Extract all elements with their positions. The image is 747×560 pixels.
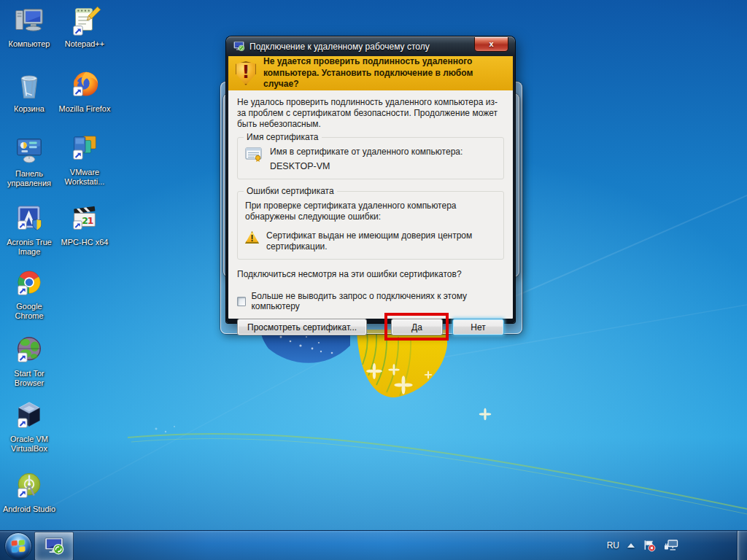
dialog-body: Не удалось проверить подлинность удаленн… bbox=[228, 90, 513, 319]
hidden-icons-chevron-icon[interactable] bbox=[627, 543, 635, 548]
desktop-icon-label: Mozilla Firefox bbox=[57, 104, 112, 114]
windows-start-icon bbox=[11, 540, 25, 552]
desktop-icon-label: MPC-HC x64 bbox=[57, 238, 112, 247]
warning-heading: Не удается проверить подлинность удаленн… bbox=[263, 56, 506, 90]
connect-question: Подключиться несмотря на эти ошибки серт… bbox=[237, 269, 504, 279]
dialog-body-text: Не удалось проверить подлинность удаленн… bbox=[237, 97, 504, 130]
desktop-icon-label: Android Studio bbox=[1, 505, 57, 514]
desktop-icon-mpchc[interactable]: 2 1 MPC-HC x64 bbox=[51, 203, 118, 247]
start-button[interactable] bbox=[4, 532, 32, 560]
desktop-icon-label: Google Chrome bbox=[1, 302, 57, 322]
action-center-flag-icon[interactable] bbox=[643, 539, 656, 552]
firefox-icon bbox=[68, 69, 101, 103]
desktop-icon-label: Oracle VM VirtualBox bbox=[1, 435, 57, 454]
cert-errors-label: При проверке сертификата удаленного комп… bbox=[245, 201, 496, 222]
cert-name-label: Имя в сертификате от удаленного компьюте… bbox=[270, 147, 462, 158]
desktop-icon-firefox[interactable]: Mozilla Firefox bbox=[51, 69, 118, 114]
certificate-name-group: Имя сертификата bbox=[237, 137, 504, 179]
desktop-icon-tor[interactable]: Start Tor Browser bbox=[0, 334, 63, 389]
control-panel-icon bbox=[12, 134, 46, 168]
vmware-icon bbox=[68, 133, 101, 166]
chrome-icon bbox=[12, 267, 46, 300]
desktop-icon-virtualbox[interactable]: Oracle VM VirtualBox bbox=[0, 400, 63, 454]
windows7-desktop: Компьютер Notepad++ bbox=[0, 0, 747, 560]
certificate-errors-group: Ошибки сертификата При проверке сертифик… bbox=[237, 191, 504, 260]
dialog-title: Подключение к удаленному рабочему столу bbox=[249, 42, 430, 52]
desktop-icon-label: VMware Workstati... bbox=[57, 168, 112, 187]
warning-banner: Не удается проверить подлинность удаленн… bbox=[228, 56, 513, 90]
dont-ask-again-label: Больше не выводить запрос о подключениях… bbox=[251, 291, 504, 311]
desktop-icon-vmware[interactable]: VMware Workstati... bbox=[51, 133, 118, 187]
virtualbox-icon bbox=[12, 400, 46, 433]
no-button[interactable]: Нет bbox=[452, 319, 504, 335]
desktop-icon-notepadpp[interactable]: Notepad++ bbox=[51, 4, 118, 49]
rdp-monitor-icon bbox=[233, 40, 245, 52]
language-indicator[interactable]: RU bbox=[607, 540, 619, 551]
tor-icon bbox=[12, 334, 46, 368]
rdp-monitor-icon bbox=[43, 535, 65, 557]
group-legend: Имя сертификата bbox=[244, 132, 322, 142]
cert-error-text: Сертификат выдан не имеющим доверия цент… bbox=[266, 230, 485, 252]
desktop-icon-android-studio[interactable]: Android Studio bbox=[0, 470, 63, 514]
android-studio-icon bbox=[12, 470, 46, 503]
taskbar-item-remote-desktop[interactable] bbox=[34, 532, 74, 560]
dont-ask-again-checkbox[interactable] bbox=[237, 297, 246, 306]
group-legend: Ошибки сертификата bbox=[244, 186, 337, 196]
svg-text:1: 1 bbox=[88, 215, 94, 226]
desktop-icon-label: Панель управления bbox=[1, 169, 57, 189]
dialog-titlebar[interactable]: Подключение к удаленному рабочему столу bbox=[228, 36, 513, 56]
shield-warning-icon bbox=[235, 61, 257, 85]
system-tray: RU bbox=[607, 531, 678, 560]
acronis-icon bbox=[12, 203, 46, 236]
network-icon[interactable] bbox=[664, 539, 678, 552]
close-icon[interactable]: x bbox=[474, 37, 508, 52]
desktop-icon-label: Корзина bbox=[1, 104, 57, 114]
desktop-icon-chrome[interactable]: Google Chrome bbox=[0, 267, 63, 322]
recycle-bin-icon bbox=[12, 69, 46, 103]
notepadpp-icon bbox=[68, 4, 101, 38]
certificate-icon bbox=[245, 147, 263, 164]
desktop-icon-label: Notepad++ bbox=[57, 39, 112, 49]
desktop-icon-label: Компьютер bbox=[1, 39, 57, 49]
show-desktop-button[interactable] bbox=[737, 531, 747, 560]
view-certificate-button[interactable]: Просмотреть сертификат... bbox=[237, 319, 367, 335]
desktop-icon-label: Start Tor Browser bbox=[1, 369, 57, 389]
yes-button[interactable]: Да bbox=[391, 319, 443, 335]
mpchc-icon: 2 1 bbox=[68, 203, 101, 236]
warning-triangle-icon bbox=[245, 231, 259, 244]
taskbar: RU bbox=[0, 530, 747, 560]
cert-name-value: DESKTOP-VM bbox=[270, 161, 462, 172]
desktop-icon-label: Acronis True Image bbox=[1, 238, 57, 257]
rdp-certificate-warning-dialog: Подключение к удаленному рабочему столу … bbox=[226, 36, 515, 323]
computer-icon bbox=[12, 4, 46, 38]
